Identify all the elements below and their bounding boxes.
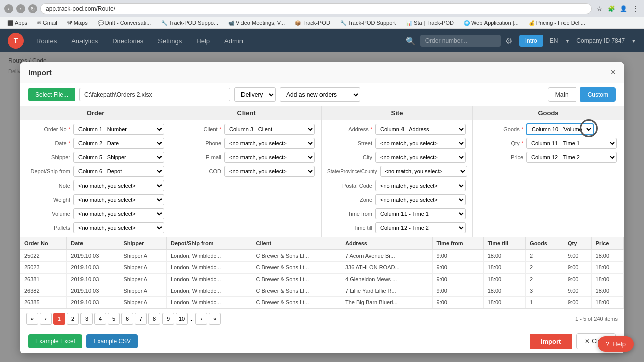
search-icon[interactable]: 🔍 xyxy=(404,34,418,48)
menu-icon[interactable]: ⋮ xyxy=(631,4,640,13)
reload-button[interactable]: ↻ xyxy=(28,4,37,13)
page-last-button[interactable]: » xyxy=(209,313,221,325)
city-select[interactable]: <no match, you select> xyxy=(375,152,466,163)
table-cell: 26385 xyxy=(20,297,67,308)
mapping-row-phone: Phone <no match, you select> xyxy=(176,137,316,149)
file-path-input[interactable] xyxy=(79,88,230,101)
bookmark-apps[interactable]: ⬛ Apps xyxy=(4,19,30,27)
bookmark-icon[interactable]: ☆ xyxy=(595,4,604,13)
bookmark-pricing[interactable]: 💰 Pricing - Free Deli... xyxy=(526,19,588,27)
table-cell: C Brewer & Sons Lt... xyxy=(252,297,341,308)
address-select[interactable]: Column 4 - Address xyxy=(375,124,466,135)
address-bar[interactable] xyxy=(40,3,592,14)
example-csv-button[interactable]: Example CSV xyxy=(86,334,138,348)
state-select[interactable]: <no match, you select> xyxy=(380,166,468,177)
nav-settings[interactable]: Settings xyxy=(152,34,188,48)
gmail-icon: ✉ xyxy=(37,20,41,26)
weight-select[interactable]: <no match, you select> xyxy=(73,194,164,205)
shipper-select[interactable]: Column 5 - Shipper xyxy=(73,152,164,163)
bookmark-sta[interactable]: 📊 Sta | Track-POD xyxy=(403,19,457,27)
weight-label: Weight xyxy=(25,197,70,203)
order-mode-select[interactable]: Add as new orders xyxy=(280,87,360,102)
phone-select[interactable]: <no match, you select> xyxy=(224,138,315,149)
bookmark-trackpod-support[interactable]: 🔧 Track-POD Suppo... xyxy=(158,19,221,27)
zone-select[interactable]: <no match, you select> xyxy=(375,194,466,205)
postal-select[interactable]: <no match, you select> xyxy=(375,180,466,191)
page-9-button[interactable]: 9 xyxy=(162,313,174,325)
nav-directories[interactable]: Directories xyxy=(106,34,149,48)
page-prev-button[interactable]: ‹ xyxy=(40,313,52,325)
back-button[interactable]: ‹ xyxy=(4,4,13,13)
nav-help[interactable]: Help xyxy=(190,34,216,48)
mapping-row-address: Address Column 4 - Address xyxy=(327,123,467,135)
page-6-button[interactable]: 6 xyxy=(121,313,133,325)
bookmark-trackpod[interactable]: 📦 Track-POD xyxy=(292,19,333,27)
settings-gear-icon[interactable]: ⚙ xyxy=(503,34,514,48)
table-cell: 1 xyxy=(526,297,564,308)
nav-admin[interactable]: Admin xyxy=(218,34,249,48)
modal-close-button[interactable]: × xyxy=(610,67,616,78)
nav-routes[interactable]: Routes xyxy=(30,34,63,48)
import-button[interactable]: Import xyxy=(530,334,572,349)
qty-select[interactable]: Column 11 - Time 1 xyxy=(526,138,617,149)
bookmark-drift[interactable]: 💬 Drift - Conversati... xyxy=(95,19,154,27)
page-5-button[interactable]: 5 xyxy=(108,313,120,325)
order-search-input[interactable] xyxy=(420,35,501,47)
help-widget-button[interactable]: ? Help xyxy=(598,336,634,352)
extension-icon[interactable]: 🧩 xyxy=(607,4,616,13)
cod-select[interactable]: <no match, you select> xyxy=(224,166,315,177)
page-4-button[interactable]: 4 xyxy=(94,313,106,325)
page-1-button[interactable]: 1 xyxy=(53,313,65,325)
table-row: 250222019.10.03Shipper ALondon, Wimbledc… xyxy=(20,250,624,262)
order-no-select[interactable]: Column 1 - Number xyxy=(73,124,164,135)
table-cell: 9:00 xyxy=(432,274,483,285)
example-excel-button[interactable]: Example Excel xyxy=(28,334,82,348)
mapping-row-client: Client Column 3 - Client xyxy=(176,123,316,135)
nav-analytics[interactable]: Analytics xyxy=(65,34,104,48)
page-first-button[interactable]: « xyxy=(26,313,38,325)
email-select[interactable]: <no match, you select> xyxy=(224,152,315,163)
select-file-button[interactable]: Select File... xyxy=(28,88,75,101)
bookmark-webapp[interactable]: 🌐 Web Application |... xyxy=(461,19,522,27)
col-shipper: Shipper xyxy=(119,237,167,250)
bookmark-video[interactable]: 📹 Video Meetings, V... xyxy=(225,19,288,27)
language-selector[interactable]: EN xyxy=(546,35,562,46)
time-from-select[interactable]: Column 11 - Time 1 xyxy=(375,208,466,219)
note-select[interactable]: <no match, you select> xyxy=(73,180,164,191)
col-depot: Depot/Ship from xyxy=(166,237,252,250)
bookmark-trackpod2[interactable]: 🔧 Track-POD Support xyxy=(337,19,399,27)
client-label: Client xyxy=(176,126,221,132)
time-till-select[interactable]: Column 12 - Time 2 xyxy=(375,222,466,233)
page-10-button[interactable]: 10 xyxy=(176,313,188,325)
table-cell: Shipper A xyxy=(119,274,167,285)
mapping-group-client-header: Client xyxy=(171,106,321,120)
page-8-button[interactable]: 8 xyxy=(148,313,160,325)
volume-select[interactable]: <no match, you select> xyxy=(73,208,164,219)
mapping-group-site-header: Site xyxy=(322,106,472,120)
page-7-button[interactable]: 7 xyxy=(135,313,147,325)
intro-button[interactable]: Intro xyxy=(519,35,543,47)
mapping-row-shipper: Shipper Column 5 - Shipper xyxy=(25,151,166,163)
page-content: Routes / Code Delivery Import × Select F… xyxy=(0,52,644,362)
bookmark-maps[interactable]: 🗺 Maps xyxy=(64,19,91,27)
company-chevron-icon: ▼ xyxy=(631,38,636,44)
tab-main-button[interactable]: Main xyxy=(548,87,576,102)
cod-label: COD xyxy=(176,168,221,174)
price-select[interactable]: Column 12 - Time 2 xyxy=(526,152,617,163)
date-label: Date xyxy=(25,140,70,146)
account-icon[interactable]: 👤 xyxy=(619,4,628,13)
tab-custom-button[interactable]: Custom xyxy=(580,87,616,102)
street-select[interactable]: <no match, you select> xyxy=(375,138,466,149)
client-select[interactable]: Column 3 - Client xyxy=(224,124,315,135)
address-label: Address xyxy=(327,126,372,132)
date-select[interactable]: Column 2 - Date xyxy=(73,138,164,149)
bookmark-gmail[interactable]: ✉ Gmail xyxy=(34,19,60,27)
depot-select[interactable]: Column 6 - Depot xyxy=(73,166,164,177)
page-3-button[interactable]: 3 xyxy=(80,313,93,325)
page-2-button[interactable]: 2 xyxy=(67,313,79,325)
goods-select[interactable]: Column 10 - Volume xyxy=(526,123,594,135)
delivery-type-select[interactable]: Delivery xyxy=(234,87,276,102)
page-next-button[interactable]: › xyxy=(195,313,207,325)
pallets-select[interactable]: <no match, you select> xyxy=(73,222,164,233)
forward-button[interactable]: › xyxy=(16,4,25,13)
